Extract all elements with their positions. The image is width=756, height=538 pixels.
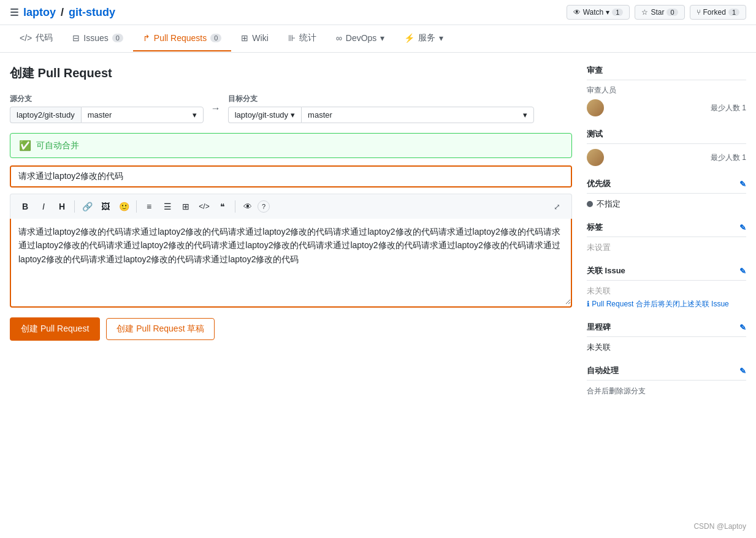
tab-issues-label: Issues [83, 33, 108, 43]
reviewer-avatar [587, 99, 604, 116]
target-label: 目标分支 [228, 94, 534, 104]
content-textarea-wrapper: 请求通过laptoy2修改的代码请求通过laptoy2修改的代码请求通过lapt… [10, 219, 572, 308]
fork-button[interactable]: ⑂ Forked 1 [690, 5, 746, 20]
info-icon: ℹ [587, 300, 590, 308]
wiki-icon: ⊞ [241, 33, 248, 43]
main-container: 创建 Pull Request 源分支 laptoy2/git-study ma… [0, 53, 756, 421]
auto-merge-banner: ✅ 可自动合并 [10, 133, 572, 158]
tab-code-label: 代码 [36, 32, 53, 44]
auto-process-header: 自动处理 ✎ [587, 365, 746, 381]
issue-edit-icon[interactable]: ✎ [739, 267, 746, 276]
right-panel: 审查 审查人员 最少人数 1 测试 最少人数 1 优先级 ✎ [587, 65, 746, 409]
quote-button[interactable]: ❝ [214, 198, 231, 215]
tab-devops-label: DevOps [346, 33, 377, 43]
top-bar: ☰ laptoy / git-study 👁 Watch ▾ 1 ☆ Star … [0, 0, 756, 25]
preview-button[interactable]: 👁 [239, 198, 256, 215]
reviewers-sub-label: 审查人员 [587, 85, 746, 96]
labels-section: 标签 ✎ 未设置 [587, 222, 746, 253]
source-repo-badge: laptoy2/git-study [10, 107, 81, 123]
milestone-edit-icon[interactable]: ✎ [739, 323, 746, 332]
left-panel: 创建 Pull Request 源分支 laptoy2/git-study ma… [10, 65, 572, 409]
tab-wiki[interactable]: ⊞ Wiki [231, 26, 278, 51]
labels-label: 标签 [587, 222, 603, 233]
priority-edit-icon[interactable]: ✎ [739, 180, 746, 189]
priority-section: 优先级 ✎ 不指定 [587, 178, 746, 210]
test-label: 测试 [587, 129, 603, 140]
table-button[interactable]: ⊞ [177, 198, 194, 215]
star-count: 0 [666, 9, 678, 16]
auto-process-edit-icon[interactable]: ✎ [739, 366, 746, 376]
tab-wiki-label: Wiki [252, 33, 268, 43]
create-draft-button[interactable]: 创建 Pull Request 草稿 [106, 318, 215, 340]
italic-button[interactable]: I [35, 198, 52, 215]
issue-note-text: Pull Request 合并后将关闭上述关联 Issue [592, 300, 728, 308]
test-header: 测试 [587, 129, 746, 144]
repo-title: ☰ laptoy / git-study [10, 6, 115, 19]
tab-stats-label: 统计 [299, 32, 316, 44]
create-pr-button[interactable]: 创建 Pull Request [10, 317, 100, 341]
content-textarea[interactable]: 请求通过laptoy2修改的代码请求通过laptoy2修改的代码请求通过lapt… [11, 219, 571, 305]
auto-process-section: 自动处理 ✎ 合并后删除源分支 [587, 365, 746, 396]
watch-label: Watch [583, 8, 604, 17]
milestone-value: 未关联 [587, 343, 611, 352]
eye-icon: 👁 [573, 8, 581, 17]
source-inputs: laptoy2/git-study master ▾ [10, 107, 204, 123]
target-repo-value: laptoy/git-study [235, 110, 288, 119]
priority-label: 优先级 [587, 178, 611, 189]
target-inputs: laptoy/git-study ▾ master ▾ [228, 107, 534, 123]
tab-stats[interactable]: ⊪ 统计 [278, 25, 326, 52]
issue-value: 未关联 [587, 286, 611, 295]
tab-pullrequests[interactable]: ↱ Pull Requests 0 [133, 26, 232, 51]
title-input[interactable] [11, 167, 571, 186]
priority-dot [587, 201, 593, 207]
heading-button[interactable]: H [53, 198, 71, 215]
target-branch-select[interactable]: master ▾ [301, 107, 534, 123]
target-repo-dropdown[interactable]: laptoy/git-study ▾ [228, 107, 301, 123]
reviewer-min: 最少人数 1 [711, 103, 746, 113]
tab-issues[interactable]: ⊟ Issues 0 [63, 26, 133, 51]
help-button[interactable]: ? [258, 200, 270, 213]
star-button[interactable]: ☆ Star 0 [635, 5, 684, 20]
repo-owner-link[interactable]: laptoy [23, 6, 56, 19]
tab-services[interactable]: ⚡ 服务 ▾ [394, 25, 453, 52]
review-section: 审查 审查人员 最少人数 1 [587, 65, 746, 116]
labels-header: 标签 ✎ [587, 222, 746, 237]
bold-button[interactable]: B [17, 198, 34, 215]
auto-process-note: 合并后删除源分支 [587, 387, 646, 395]
list-ordered-button[interactable]: ☰ [159, 198, 176, 215]
repo-name-link[interactable]: git-study [69, 6, 115, 19]
nav-tabs: </> 代码 ⊟ Issues 0 ↱ Pull Requests 0 ⊞ Wi… [0, 25, 756, 53]
tab-code[interactable]: </> 代码 [10, 25, 63, 52]
emoji-button[interactable]: 🙂 [115, 198, 132, 215]
issues-icon: ⊟ [72, 33, 80, 43]
labels-edit-icon[interactable]: ✎ [739, 223, 746, 232]
pr-icon: ↱ [143, 33, 150, 43]
toolbar-divider-3 [235, 200, 235, 213]
tab-devops[interactable]: ∞ DevOps ▾ [326, 26, 395, 51]
watch-button[interactable]: 👁 Watch ▾ 1 [567, 5, 630, 20]
list-unordered-button[interactable]: ≡ [140, 198, 158, 215]
fork-icon: ⑂ [697, 8, 701, 17]
labels-value: 未设置 [587, 243, 611, 252]
issue-header: 关联 Issue ✎ [587, 265, 746, 281]
star-label: Star [651, 8, 664, 17]
check-circle-icon: ✅ [19, 140, 31, 151]
repo-separator: / [61, 6, 64, 19]
expand-button[interactable]: ⤢ [548, 198, 565, 215]
form-actions: 创建 Pull Request 创建 Pull Request 草稿 [10, 317, 572, 341]
link-button[interactable]: 🔗 [78, 198, 96, 215]
toolbar-divider-2 [136, 200, 137, 213]
code-button[interactable]: </> [196, 198, 213, 215]
priority-item: 不指定 [587, 199, 746, 210]
tab-services-label: 服务 [418, 32, 435, 44]
toolbar-divider-1 [74, 200, 75, 213]
image-button[interactable]: 🖼 [97, 198, 114, 215]
stats-icon: ⊪ [288, 33, 296, 43]
target-branch-group: 目标分支 laptoy/git-study ▾ master ▾ [228, 94, 534, 123]
review-header: 审查 [587, 65, 746, 80]
milestone-header: 里程碑 ✎ [587, 322, 746, 337]
target-branch-arrow: ▾ [523, 110, 527, 119]
source-branch-select[interactable]: master ▾ [81, 107, 204, 123]
branch-arrow-icon: → [211, 103, 221, 114]
milestone-section: 里程碑 ✎ 未关联 [587, 322, 746, 353]
